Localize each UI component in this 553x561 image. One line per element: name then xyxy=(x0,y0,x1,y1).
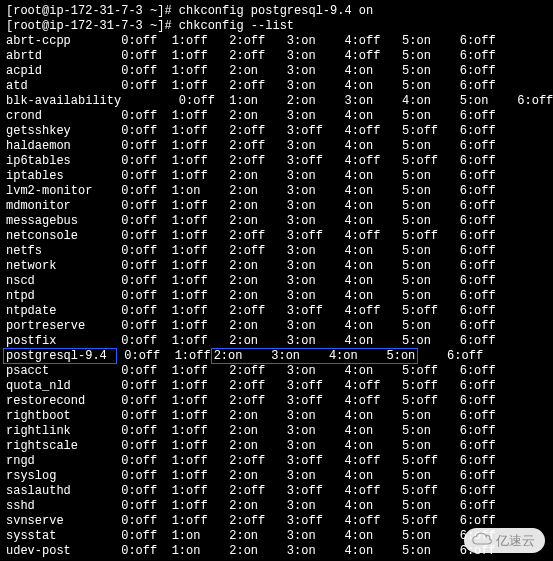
service-row: nscd 0:off 1:off 2:on 3:on 4:on 5:on 6:o… xyxy=(6,274,547,289)
highlight-box-service: postgresql-9.4 xyxy=(3,348,117,364)
service-row: portreserve 0:off 1:off 2:on 3:on 4:on 5… xyxy=(6,319,547,334)
service-row: rngd 0:off 1:off 2:off 3:off 4:off 5:off… xyxy=(6,454,547,469)
service-row: psacct 0:off 1:off 2:off 3:on 4:on 5:off… xyxy=(6,364,547,379)
service-row: messagebus 0:off 1:off 2:on 3:on 4:on 5:… xyxy=(6,214,547,229)
service-row: haldaemon 0:off 1:off 2:off 3:on 4:on 5:… xyxy=(6,139,547,154)
terminal-output: [root@ip-172-31-7-3 ~]# chkconfig postgr… xyxy=(6,4,547,559)
service-row: saslauthd 0:off 1:off 2:off 3:off 4:off … xyxy=(6,484,547,499)
service-row: mdmonitor 0:off 1:off 2:on 3:on 4:on 5:o… xyxy=(6,199,547,214)
service-row: getsshkey 0:off 1:off 2:off 3:off 4:off … xyxy=(6,124,547,139)
service-row: ntpdate 0:off 1:off 2:off 3:off 4:off 5:… xyxy=(6,304,547,319)
watermark-badge: 亿速云 xyxy=(464,528,545,553)
highlight-box-levels: 2:on 3:on 4:on 5:on xyxy=(211,348,419,364)
service-row: blk-availability 0:off 1:on 2:on 3:on 4:… xyxy=(6,94,547,109)
service-row: ntpd 0:off 1:off 2:on 3:on 4:on 5:on 6:o… xyxy=(6,289,547,304)
prompt-line: [root@ip-172-31-7-3 ~]# chkconfig postgr… xyxy=(6,4,547,19)
service-row: quota_nld 0:off 1:off 2:off 3:off 4:off … xyxy=(6,379,547,394)
service-row: rightscale 0:off 1:off 2:on 3:on 4:on 5:… xyxy=(6,439,547,454)
cloud-icon xyxy=(472,532,492,549)
service-row: rightlink 0:off 1:off 2:on 3:on 4:on 5:o… xyxy=(6,424,547,439)
service-row: crond 0:off 1:off 2:on 3:on 4:on 5:on 6:… xyxy=(6,109,547,124)
service-row: rsyslog 0:off 1:off 2:on 3:on 4:on 5:on … xyxy=(6,469,547,484)
service-row: svnserve 0:off 1:off 2:off 3:off 4:off 5… xyxy=(6,514,547,529)
service-row: lvm2-monitor 0:off 1:on 2:on 3:on 4:on 5… xyxy=(6,184,547,199)
service-row: sshd 0:off 1:off 2:on 3:on 4:on 5:on 6:o… xyxy=(6,499,547,514)
prompt-line: [root@ip-172-31-7-3 ~]# chkconfig --list xyxy=(6,19,547,34)
service-row: postfix 0:off 1:off 2:on 3:on 4:on 5:on … xyxy=(6,334,547,349)
service-row-highlighted: postgresql-9.4 0:off 1:off2:on 3:on 4:on… xyxy=(6,349,547,364)
service-row: network 0:off 1:off 2:on 3:on 4:on 5:on … xyxy=(6,259,547,274)
service-row: abrtd 0:off 1:off 2:off 3:on 4:off 5:on … xyxy=(6,49,547,64)
watermark-text: 亿速云 xyxy=(496,533,535,548)
service-row: netfs 0:off 1:off 2:off 3:on 4:on 5:on 6… xyxy=(6,244,547,259)
service-row: netconsole 0:off 1:off 2:off 3:off 4:off… xyxy=(6,229,547,244)
service-row: iptables 0:off 1:off 2:on 3:on 4:on 5:on… xyxy=(6,169,547,184)
service-row: rightboot 0:off 1:off 2:on 3:on 4:on 5:o… xyxy=(6,409,547,424)
service-row: ip6tables 0:off 1:off 2:off 3:off 4:off … xyxy=(6,154,547,169)
service-row: restorecond 0:off 1:off 2:off 3:off 4:of… xyxy=(6,394,547,409)
service-row: acpid 0:off 1:off 2:on 3:on 4:on 5:on 6:… xyxy=(6,64,547,79)
service-row: atd 0:off 1:off 2:off 3:on 4:on 5:on 6:o… xyxy=(6,79,547,94)
service-row: abrt-ccpp 0:off 1:off 2:off 3:on 4:off 5… xyxy=(6,34,547,49)
